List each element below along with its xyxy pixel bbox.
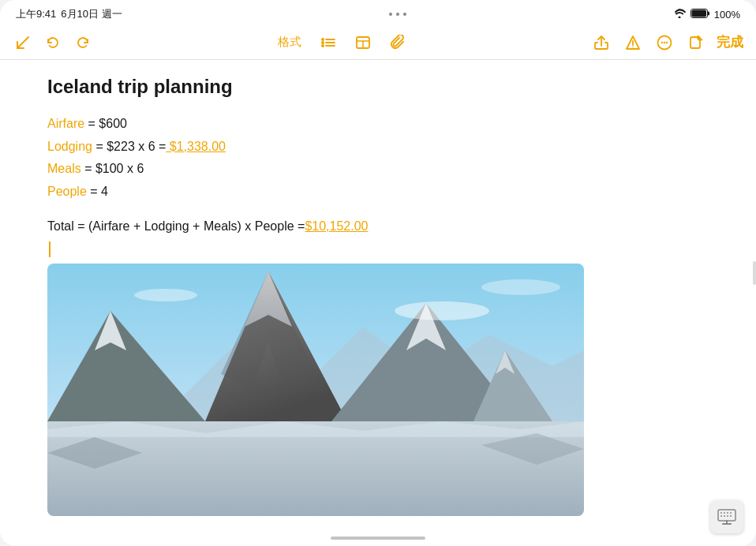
share-button[interactable] — [590, 32, 612, 54]
people-name: People — [47, 185, 87, 198]
done-button[interactable]: 完成 — [717, 33, 743, 51]
svg-point-17 — [632, 46, 634, 47]
formula-line: Total = (Airfare + Lodging + Meals) x Pe… — [47, 216, 709, 237]
svg-line-3 — [17, 37, 28, 48]
edit-button[interactable] — [685, 32, 707, 54]
dot-3 — [403, 13, 406, 16]
markup-button[interactable] — [622, 32, 644, 54]
more-button[interactable] — [653, 32, 676, 54]
people-expr: = 4 — [87, 185, 108, 198]
ipad-frame: 上午9:41 6月10日 週一 — [0, 0, 756, 546]
format-label: 格式 — [278, 35, 301, 50]
svg-rect-42 — [718, 510, 735, 521]
status-bar-left: 上午9:41 6月10日 週一 — [16, 7, 122, 21]
lodging-expr: = $223 x 6 = — [92, 140, 166, 153]
airfare-name: Airfare — [47, 117, 84, 130]
note-title: Iceland trip planning — [47, 76, 709, 99]
wifi-icon — [673, 7, 686, 21]
undo-button[interactable] — [43, 32, 63, 53]
note-variables: Airfare = $600 Lodging = $223 x 6 = $1,3… — [47, 113, 709, 204]
battery-percent: 100% — [714, 9, 740, 21]
formula-text: Total = (Airfare + Lodging + Meals) x Pe… — [47, 219, 305, 233]
redo-button[interactable] — [73, 32, 93, 53]
keyboard-dismiss-button[interactable] — [710, 500, 743, 533]
svg-point-11 — [321, 44, 324, 47]
svg-point-41 — [481, 279, 560, 295]
svg-point-19 — [661, 41, 663, 43]
toolbar: 格式 — [0, 25, 756, 60]
status-bar: 上午9:41 6月10日 週一 — [0, 0, 756, 25]
formula-result: $10,152.00 — [305, 219, 368, 233]
lodging-result: $1,338.00 — [166, 140, 226, 153]
svg-rect-2 — [691, 10, 706, 17]
svg-point-7 — [321, 41, 324, 44]
meals-name: Meals — [47, 162, 81, 175]
toolbar-right: 完成 — [590, 32, 743, 54]
status-time: 上午9:41 — [16, 7, 56, 21]
svg-point-40 — [134, 289, 197, 301]
status-bar-center — [389, 13, 406, 16]
status-bar-right: 100% — [673, 7, 740, 21]
bottom-scroll-area — [0, 507, 756, 546]
list-button[interactable] — [317, 32, 339, 53]
side-indicator — [753, 261, 756, 285]
people-line: People = 4 — [47, 181, 709, 204]
svg-rect-1 — [708, 12, 709, 16]
svg-point-21 — [666, 41, 668, 43]
mountain-svg — [47, 264, 584, 516]
toolbar-center: 格式 — [99, 32, 584, 54]
mountain-image — [47, 264, 584, 516]
airfare-line: Airfare = $600 — [47, 113, 709, 136]
table-button[interactable] — [352, 32, 374, 53]
back-button[interactable] — [13, 32, 33, 53]
svg-point-39 — [395, 301, 489, 320]
airfare-expr: = $600 — [84, 117, 127, 130]
status-date: 6月10日 週一 — [61, 7, 122, 21]
battery-icon — [691, 7, 709, 21]
dot-2 — [396, 13, 399, 16]
dot-1 — [389, 13, 392, 16]
format-button[interactable]: 格式 — [275, 32, 305, 53]
lodging-line: Lodging = $223 x 6 = $1,338.00 — [47, 136, 709, 159]
meals-line: Meals = $100 x 6 — [47, 158, 709, 181]
text-cursor — [47, 240, 709, 257]
attach-button[interactable] — [387, 32, 409, 54]
scroll-indicator — [331, 537, 425, 540]
meals-expr: = $100 x 6 — [81, 162, 144, 175]
note-content[interactable]: Iceland trip planning Airfare = $600 Lod… — [0, 60, 756, 546]
toolbar-left — [13, 32, 93, 53]
svg-point-20 — [664, 41, 665, 43]
svg-point-6 — [321, 38, 324, 41]
lodging-name: Lodging — [47, 140, 92, 153]
